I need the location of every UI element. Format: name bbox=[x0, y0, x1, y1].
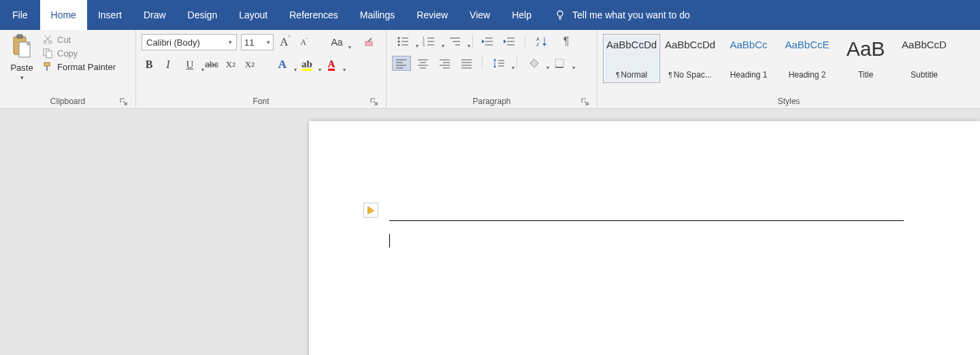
style-preview: AaBbCcDd bbox=[665, 39, 715, 50]
font-name-value: Calibri (Body) bbox=[146, 37, 200, 48]
tab-design[interactable]: Design bbox=[177, 0, 229, 30]
show-marks-button[interactable]: ¶ bbox=[557, 34, 576, 49]
paste-button[interactable]: Paste ▾ bbox=[5, 33, 38, 81]
autoformat-options-icon[interactable] bbox=[363, 203, 378, 218]
chevron-down-icon: ▾ bbox=[229, 39, 232, 46]
align-center-button[interactable] bbox=[414, 56, 433, 71]
clipboard-group-label: Clipboard bbox=[50, 97, 85, 106]
tab-draw[interactable]: Draw bbox=[133, 0, 177, 30]
svg-line-15 bbox=[368, 38, 372, 41]
tab-review[interactable]: Review bbox=[406, 0, 459, 30]
align-right-button[interactable] bbox=[436, 56, 455, 71]
font-color-button[interactable]: A▾ bbox=[321, 57, 342, 72]
numbering-button[interactable]: 123 ▾ bbox=[418, 34, 441, 49]
italic-button[interactable]: I bbox=[161, 57, 176, 72]
clipboard-launcher[interactable] bbox=[119, 97, 129, 107]
svg-line-9 bbox=[44, 35, 50, 41]
bold-button[interactable]: B bbox=[142, 57, 157, 72]
line-spacing-button[interactable]: ▾ bbox=[488, 56, 511, 71]
tab-file[interactable]: File bbox=[0, 0, 40, 30]
paste-icon bbox=[11, 34, 33, 61]
tab-home[interactable]: Home bbox=[40, 0, 87, 30]
tab-references[interactable]: References bbox=[278, 0, 349, 30]
svg-point-17 bbox=[398, 41, 400, 43]
font-name-combo[interactable]: Calibri (Body) ▾ bbox=[142, 34, 237, 50]
svg-marker-60 bbox=[493, 58, 496, 61]
strikethrough-button[interactable]: abc bbox=[204, 57, 219, 72]
styles-group-label: Styles bbox=[778, 97, 800, 106]
style-preview: AaB bbox=[847, 39, 885, 59]
style-no-spac-[interactable]: AaBbCcDd¶No Spac... bbox=[662, 34, 719, 83]
multilevel-list-button[interactable]: ▾ bbox=[444, 34, 467, 49]
tab-help[interactable]: Help bbox=[501, 0, 542, 30]
change-case-button[interactable]: Aa▾ bbox=[327, 35, 347, 50]
svg-marker-42 bbox=[542, 44, 546, 46]
svg-marker-67 bbox=[368, 207, 374, 214]
svg-text:Z: Z bbox=[536, 42, 540, 47]
group-clipboard: Paste ▾ Cut Copy bbox=[0, 30, 136, 108]
svg-point-16 bbox=[398, 37, 400, 39]
justify-button[interactable] bbox=[457, 56, 476, 71]
clear-formatting-button[interactable] bbox=[362, 35, 377, 50]
superscript-button[interactable]: X2 bbox=[242, 57, 257, 72]
ribbon: Paste ▾ Cut Copy bbox=[0, 30, 980, 109]
paste-label: Paste bbox=[10, 63, 33, 73]
tab-mailings[interactable]: Mailings bbox=[349, 0, 406, 30]
style-heading-1[interactable]: AaBbCcHeading 1 bbox=[720, 34, 777, 83]
svg-rect-12 bbox=[44, 63, 50, 66]
copy-label: Copy bbox=[57, 48, 78, 58]
bullets-button[interactable]: ▾ bbox=[392, 34, 415, 49]
paragraph-group-label: Paragraph bbox=[472, 97, 510, 106]
tell-me-label: Tell me what you want to do bbox=[572, 10, 690, 20]
copy-icon bbox=[42, 48, 53, 58]
svg-point-0 bbox=[557, 11, 563, 16]
tab-view[interactable]: View bbox=[459, 0, 501, 30]
style-name-label: ¶No Spac... bbox=[668, 70, 711, 80]
svg-point-6 bbox=[44, 41, 46, 44]
tell-me[interactable]: Tell me what you want to do bbox=[542, 0, 690, 30]
grow-font-button[interactable]: Aˆ bbox=[278, 35, 293, 50]
cut-label: Cut bbox=[57, 35, 71, 45]
paragraph-launcher[interactable] bbox=[581, 97, 590, 107]
highlight-button[interactable]: ab▾ bbox=[297, 57, 317, 72]
font-launcher[interactable] bbox=[370, 97, 379, 107]
group-font: Calibri (Body) ▾ 11 ▾ Aˆ Aˇ Aa▾ bbox=[136, 30, 387, 108]
align-left-button[interactable] bbox=[392, 56, 411, 71]
lightbulb-icon bbox=[555, 10, 566, 20]
text-effects-button[interactable]: A▾ bbox=[272, 57, 293, 72]
style-name-label: ¶Normal bbox=[616, 70, 647, 80]
chevron-down-icon: ▾ bbox=[20, 74, 24, 81]
document-page[interactable] bbox=[309, 121, 980, 355]
svg-text:3: 3 bbox=[423, 43, 425, 47]
increase-indent-button[interactable] bbox=[500, 34, 519, 49]
svg-rect-11 bbox=[46, 51, 52, 58]
shrink-font-button[interactable]: Aˇ bbox=[297, 35, 312, 50]
underline-button[interactable]: U▾ bbox=[180, 57, 200, 72]
borders-button[interactable]: ▾ bbox=[549, 56, 572, 71]
style-preview: AaBbCc bbox=[730, 39, 767, 50]
style-subtitle[interactable]: AaBbCcDSubtitle bbox=[896, 34, 953, 83]
style-heading-2[interactable]: AaBbCcEHeading 2 bbox=[779, 34, 836, 83]
style-title[interactable]: AaBTitle bbox=[837, 34, 894, 83]
svg-point-18 bbox=[398, 44, 400, 46]
font-size-value: 11 bbox=[244, 37, 254, 48]
group-paragraph: ▾ 123 ▾ ▾ bbox=[387, 30, 598, 108]
tab-layout[interactable]: Layout bbox=[228, 0, 278, 30]
svg-marker-61 bbox=[493, 66, 496, 68]
cut-button[interactable]: Cut bbox=[42, 34, 116, 45]
subscript-button[interactable]: X2 bbox=[223, 57, 238, 72]
format-painter-button[interactable]: Format Painter bbox=[42, 61, 116, 72]
font-size-combo[interactable]: 11 ▾ bbox=[241, 34, 274, 50]
format-painter-label: Format Painter bbox=[57, 62, 116, 72]
document-area bbox=[0, 109, 980, 355]
copy-button[interactable]: Copy bbox=[42, 48, 116, 58]
horizontal-rule bbox=[389, 220, 904, 221]
svg-point-7 bbox=[49, 41, 52, 44]
sort-button[interactable]: AZ bbox=[531, 34, 554, 49]
decrease-indent-button[interactable] bbox=[478, 34, 497, 49]
shading-button[interactable]: ▾ bbox=[523, 56, 546, 71]
style-normal[interactable]: AaBbCcDd¶Normal bbox=[603, 34, 660, 83]
svg-rect-14 bbox=[365, 41, 372, 46]
style-name-label: Title bbox=[858, 70, 873, 80]
tab-insert[interactable]: Insert bbox=[87, 0, 133, 30]
